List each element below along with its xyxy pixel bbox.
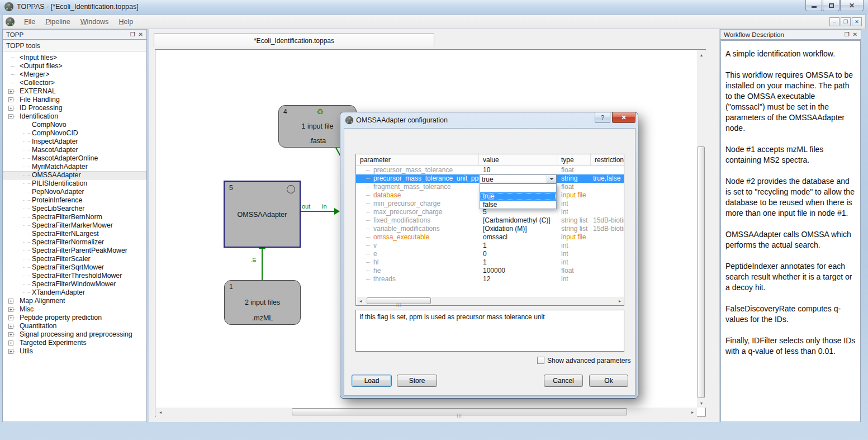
tree-item[interactable]: SpectraFilterNormalizer [3,238,146,247]
tree-expander-icon[interactable] [8,324,13,329]
maximize-button[interactable] [823,0,839,11]
tree-item[interactable]: Peptide property prediction [3,314,146,322]
parameter-row[interactable]: precursor_mass_tolerance10float [356,166,624,174]
tree-item[interactable]: <Output files> [3,62,146,70]
menu-pipeline[interactable]: Pipeline [40,16,75,28]
tree-item[interactable]: <Merger> [3,70,146,79]
param-value[interactable]: 1 [479,242,557,250]
right-dock-titlebar[interactable]: Workflow Description ❐ ✕ [720,29,861,40]
scroll-right-icon[interactable]: ▸ [616,297,624,305]
scroll-right-icon[interactable]: ▸ [688,408,697,417]
edge-node1-node5[interactable] [262,249,263,280]
tree-expander-icon[interactable] [8,349,13,354]
tree-expander-icon[interactable] [8,315,13,320]
dock-float-icon[interactable]: ❐ [845,31,850,37]
tree-item[interactable]: Map Alignment [3,297,146,305]
parameter-row[interactable]: max_precursor_charge5int [356,208,624,216]
dialog-close-button[interactable]: ✕ [612,112,635,123]
dropdown-popup[interactable]: true false [480,183,557,209]
tree-item[interactable]: SpectraFilterBernNorm [3,213,146,221]
node-5-omssaadapter[interactable]: 5 OMSSAAdapter [224,181,301,248]
tree-item[interactable]: Targeted Experiments [3,339,146,347]
dialog-help-button[interactable]: ? [595,112,610,123]
node-1-input-mzml[interactable]: 1 2 input files .mzML [224,280,301,325]
tree-item[interactable]: MascotAdapterOnline [3,154,146,163]
tab-ecoli-identification[interactable]: *Ecoli_Identification.toppas [154,34,434,47]
tree-item[interactable]: PepNovoAdapter [3,188,146,196]
param-value[interactable]: 100000 [479,267,557,275]
col-type[interactable]: type [557,154,591,166]
parameter-row[interactable]: fixed_modifications[Carbamidomethyl (C)]… [356,216,624,225]
tree-item[interactable]: EXTERNAL [3,87,146,96]
tree-item[interactable]: InspectAdapter [3,138,146,146]
parameter-row[interactable]: omssa_executableomssaclinput file [356,233,624,242]
param-value[interactable]: omssacl [479,233,557,242]
tree-item[interactable]: MascotAdapter [3,146,146,154]
menu-windows[interactable]: Windows [75,16,114,28]
tree-expander-icon[interactable] [8,299,13,304]
value-combobox[interactable]: true [479,174,557,183]
tree-item[interactable]: Utils [3,347,146,356]
tree-item[interactable]: SpectraFilterMarkerMower [3,221,146,230]
tree-expander-icon[interactable] [8,106,13,111]
mdi-restore-button[interactable]: ❐ [841,17,851,26]
edge-node5-node8[interactable] [301,211,335,212]
table-hscrollbar[interactable]: ◂ ||| ▸ [357,297,624,305]
col-value[interactable]: value [479,154,557,166]
load-button[interactable]: Load [352,375,392,387]
tree-expander-icon[interactable] [8,89,13,94]
canvas-vscrollbar[interactable]: ▴ ▾ [697,50,706,408]
store-button[interactable]: Store [397,375,437,387]
tree-item[interactable]: SpectraFilterNLargest [3,230,146,238]
tree-item[interactable]: SpectraFilterScaler [3,255,146,263]
parameter-table[interactable]: parametervaluetyperestrictions precursor… [355,154,624,306]
tree-item[interactable]: CompNovoCID [3,129,146,138]
tree-item[interactable]: Quantitation [3,322,146,330]
canvas-hscroll-thumb[interactable]: ||| [292,408,627,415]
left-dock-titlebar[interactable]: TOPP ❐ ✕ [2,29,147,40]
tree-item[interactable]: CompNovo [3,121,146,129]
tree-item[interactable]: Misc [3,305,146,314]
parameter-row[interactable]: e0int [356,250,624,258]
title-bar[interactable]: TOPPAS - [*Ecoli_Identification.toppas] … [0,0,868,15]
parameter-row[interactable]: variable_modifications[Oxidation (M)]str… [356,225,624,233]
parameter-row[interactable]: he100000float [356,267,624,275]
dock-close-icon[interactable]: ✕ [853,31,857,37]
tree-item[interactable]: SpectraFilterParentPeakMower [3,247,146,255]
tree-item[interactable]: SpecLibSearcher [3,205,146,213]
ok-button[interactable]: Ok [589,375,628,387]
dropdown-option-empty[interactable] [480,184,556,192]
tree-item[interactable]: SpectraFilterWindowMower [3,280,146,288]
tree-item[interactable]: Identification [3,112,146,121]
show-advanced-checkbox[interactable] [537,357,544,364]
dropdown-option-true[interactable]: true [480,192,556,201]
menu-help[interactable]: Help [113,16,138,28]
tree-item[interactable]: <Collector> [3,79,146,87]
tree-item[interactable]: OMSSAAdapter [3,171,146,179]
param-value[interactable]: [Oxidation (M)] [479,225,557,233]
tree-expander-icon[interactable] [8,332,13,337]
omssaadapter-config-dialog[interactable]: OMSSAAdapter configuration ? ✕ parameter… [340,112,638,399]
table-hscroll-thumb[interactable]: ||| [367,297,431,304]
param-value[interactable]: [Carbamidomethyl (C)] [479,216,557,225]
scroll-down-icon[interactable]: ▾ [697,399,706,408]
close-button[interactable]: ✕ [840,0,864,11]
scroll-left-icon[interactable]: ◂ [357,297,364,305]
canvas-hscrollbar[interactable]: ◂ ||| ▸ [156,408,697,417]
parameter-row[interactable]: v1int [356,242,624,250]
tree-item[interactable]: ProteinInference [3,196,146,205]
tree-item[interactable]: MyriMatchAdapter [3,163,146,171]
dock-float-icon[interactable]: ❐ [130,31,135,37]
tree-expander-icon[interactable] [8,114,13,119]
tree-item[interactable]: SpectraFilterThresholdMower [3,272,146,280]
param-value[interactable]: 5 [479,208,557,216]
tree-item[interactable]: File Handling [3,96,146,104]
col-restrictions[interactable]: restrictions [591,154,624,166]
tree-item[interactable]: XTandemAdapter [3,288,146,297]
tree-item[interactable]: Signal processing and preprocessing [3,330,146,339]
parameter-row[interactable]: hl1int [356,258,624,267]
tree-item[interactable]: ID Processing [3,104,146,112]
param-value[interactable]: 1 [479,258,557,267]
combobox-dropdown-button[interactable] [547,175,556,183]
param-value[interactable]: 12 [479,275,557,283]
